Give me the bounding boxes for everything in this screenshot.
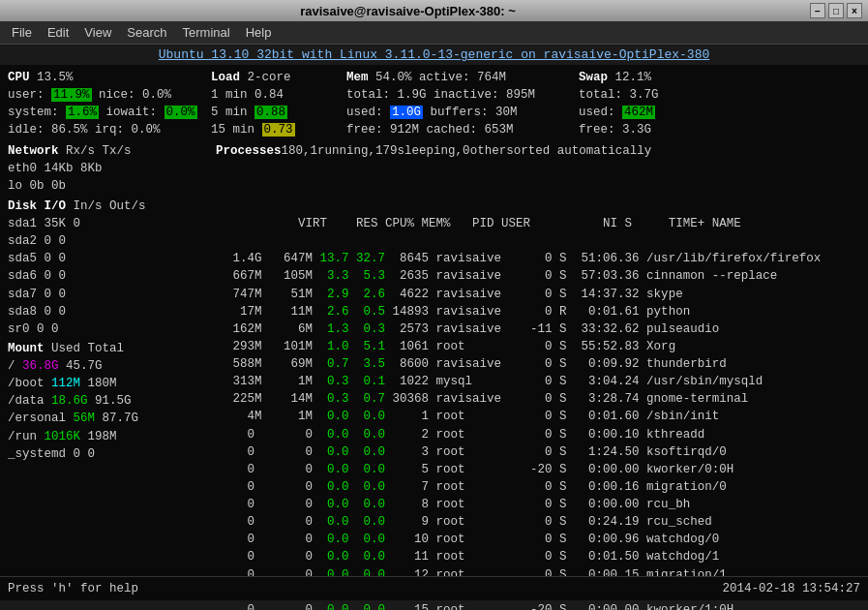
table-row: 0 0 0.0 0.0 7 root 0 S 0:00.16 migration… — [211, 478, 860, 496]
mount-root-name: / — [8, 359, 15, 373]
sda6-out: 0 — [59, 269, 67, 283]
menu-bar: File Edit View Search Terminal Help — [0, 21, 868, 45]
sda8-out: 0 — [59, 305, 67, 319]
load-5min-label: 5 min — [211, 106, 248, 119]
cpu-section: CPU 13.5% user: 11.9% nice: 0.0% system:… — [8, 69, 201, 139]
sda7-in: 0 — [45, 288, 52, 301]
menu-view[interactable]: View — [76, 23, 119, 42]
sda7-name: sda7 — [8, 288, 37, 301]
mem-buffers-val: 30M — [495, 106, 518, 119]
table-row: 293M 101M 1.0 5.1 1061 root 0 S 55:52.83… — [211, 338, 860, 355]
menu-search[interactable]: Search — [119, 23, 174, 42]
title-bar: ravisaive@ravisaive-OptiPlex-380: ~ − □ … — [0, 0, 868, 21]
nice-val: 0.0% — [142, 88, 171, 102]
disk-out-label: Out/s — [109, 199, 146, 213]
swap-free-val: 3.3G — [622, 123, 651, 137]
idle-val: 86.5% — [51, 123, 88, 137]
swap-used-label: used: — [579, 106, 615, 119]
menu-terminal[interactable]: Terminal — [175, 23, 238, 42]
tx-label: Tx/s — [103, 144, 132, 158]
table-row: 4M 1M 0.0 0.0 1 root 0 S 0:01.60 /sbin/i… — [211, 408, 860, 425]
title-text: ravisaive@ravisaive-OptiPlex-380: ~ — [6, 4, 810, 18]
status-bar: Press 'h' for help 2014-02-18 13:54:27 — [0, 576, 868, 600]
mem-free-val: 912M — [390, 123, 419, 137]
system-val: 1.6% — [66, 106, 99, 119]
sr0-in: 0 — [37, 322, 45, 336]
mem-active-label: active: — [419, 71, 470, 84]
mount-ersonal-name: /ersonal — [8, 412, 66, 425]
main-content: CPU 13.5% user: 11.9% nice: 0.0% system:… — [0, 65, 868, 600]
sda7-out: 0 — [59, 288, 67, 301]
mount-boot-name: /boot — [8, 377, 45, 390]
swap-used-val: 462M — [622, 106, 655, 119]
table-row: 0 0 0.0 0.0 9 root 0 S 0:24.19 rcu_sched — [211, 513, 860, 531]
mount-run-total: 198M — [88, 430, 117, 443]
mount-run-name: /run — [8, 430, 37, 443]
mem-used-val: 1.0G — [390, 106, 423, 119]
lo-rx: 0b — [30, 179, 45, 193]
sda5-name: sda5 — [8, 252, 37, 265]
load-1min: 0.84 — [254, 88, 284, 102]
table-row: 0 0 0.0 0.0 11 root 0 S 0:01.50 watchdog… — [211, 548, 860, 565]
load-1min-label: 1 min — [211, 88, 248, 102]
process-table: VIRT RES CPU% MEM% PID USER NI S TIME+ N… — [211, 198, 860, 610]
menu-help[interactable]: Help — [238, 23, 280, 42]
network-section: Network Rx/s Tx/s eth0 14Kb 8Kb lo 0b — [8, 142, 201, 195]
cpu-total: 13.5% — [37, 71, 74, 84]
eth0-rx: 14Kb — [45, 162, 74, 175]
cpu-label: CPU — [8, 71, 30, 84]
system-label: system: — [8, 106, 59, 119]
menu-edit[interactable]: Edit — [40, 23, 76, 42]
irq-val: 0.0% — [132, 123, 161, 137]
load-cores: 2-core — [248, 71, 291, 84]
mount-systemd-name: _systemd — [8, 447, 66, 461]
load-section: Load 2-core 1 min 0.84 5 min 0.88 15 min… — [211, 69, 337, 139]
mount-boot-used: 112M — [51, 377, 80, 390]
mount-ersonal-used: 56M — [74, 412, 96, 425]
minimize-btn[interactable]: − — [810, 3, 825, 18]
table-row: 17M 11M 2.6 0.5 14893 ravisaive 0 R 0:01… — [211, 303, 860, 320]
sda2-out: 0 — [59, 234, 67, 248]
sda1-out: 0 — [74, 217, 81, 230]
mem-used-label: used: — [346, 106, 383, 119]
mount-systemd-used: 0 — [74, 447, 81, 461]
sda6-in: 0 — [45, 269, 52, 283]
mount-total-label: Total — [88, 342, 125, 355]
load-15min: 0.73 — [262, 123, 295, 137]
mem-free-label: free: — [346, 123, 383, 137]
mount-root-total: 45.7G — [66, 359, 103, 373]
nice-label: nice: — [99, 88, 135, 102]
user-label: user: — [8, 88, 45, 102]
maximize-btn[interactable]: □ — [828, 3, 844, 18]
mount-systemd-total: 0 — [88, 447, 96, 461]
processes-summary: Processes 180 , 1 running, 179 sleeping,… — [216, 142, 651, 195]
swap-section: Swap 12.1% total: 3.7G used: 462M free: … — [579, 69, 714, 139]
mem-pct: 54.0% — [375, 71, 412, 84]
eth0-name: eth0 — [8, 162, 37, 175]
menu-file[interactable]: File — [4, 23, 40, 42]
mount-data-total: 91.5G — [95, 394, 132, 408]
disk-in-label: In/s — [74, 199, 103, 213]
table-row: 313M 1M 0.3 0.1 1022 mysql 0 S 3:04.24 /… — [211, 373, 860, 390]
load-15min-label: 15 min — [211, 123, 254, 137]
mount-label: Mount — [8, 342, 45, 355]
sda2-in: 0 — [45, 234, 52, 248]
window-controls: − □ × — [810, 3, 862, 18]
close-btn[interactable]: × — [847, 3, 862, 18]
sda6-name: sda6 — [8, 269, 37, 283]
proc-table-header: VIRT RES CPU% MEM% PID USER NI S TIME+ N… — [211, 198, 860, 250]
mount-run-used: 1016K — [45, 430, 81, 443]
swap-free-label: free: — [579, 123, 615, 137]
sda8-in: 0 — [45, 305, 52, 319]
mem-total-label: total: — [346, 88, 390, 102]
table-row: 588M 69M 0.7 3.5 8600 ravisaive 0 S 0:09… — [211, 355, 860, 373]
mem-active-val: 764M — [477, 71, 506, 84]
table-row: 162M 6M 1.3 0.3 2573 ravisaive -11 S 33:… — [211, 320, 860, 338]
mem-cached-val: 653M — [485, 123, 514, 137]
table-row: 0 0 0.0 0.0 3 root 0 S 1:24.50 ksoftirqd… — [211, 443, 860, 461]
proc-running: 1 — [311, 142, 318, 160]
rx-label: Rx/s — [66, 144, 95, 158]
proc-total: 180 — [282, 142, 304, 160]
network-label: Network — [8, 144, 59, 158]
mem-inactive-label: inactive: — [434, 88, 499, 102]
